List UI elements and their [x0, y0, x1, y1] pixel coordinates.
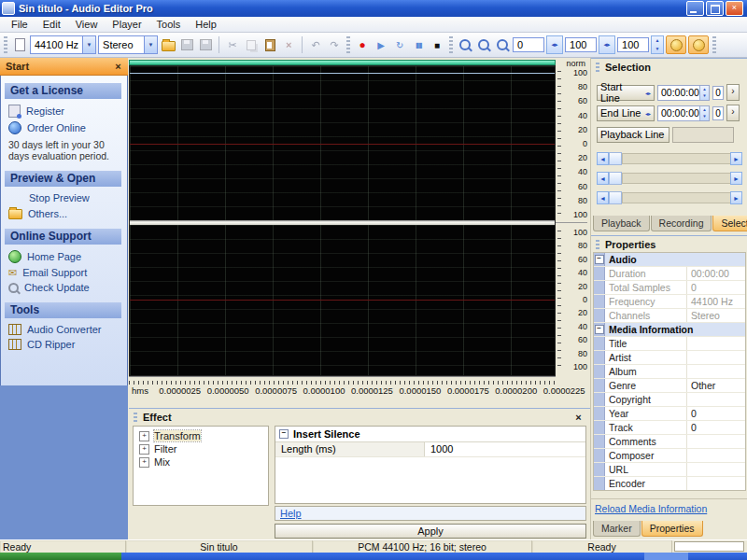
- sidebar-item-cd-ripper[interactable]: CD Ripper: [1, 337, 127, 352]
- table-row[interactable]: URL: [594, 463, 745, 477]
- sidebar-item-stop-preview[interactable]: Stop Preview: [1, 190, 127, 205]
- spin-down-icon[interactable]: ▼: [652, 45, 663, 53]
- table-row[interactable]: Album: [594, 365, 745, 379]
- sidebar-item-home-page[interactable]: Home Page: [1, 248, 127, 265]
- sidebar-item-audio-converter[interactable]: Audio Converter: [1, 322, 127, 337]
- start-line-time-field[interactable]: 00:00:00 ▲▼: [657, 85, 710, 101]
- collapse-icon[interactable]: −: [279, 429, 289, 439]
- start-line-go-button[interactable]: ›: [726, 84, 740, 101]
- end-line-go-button[interactable]: ›: [726, 105, 740, 121]
- arrow-left-icon[interactable]: ◄: [597, 172, 609, 185]
- tab-properties[interactable]: Properties: [641, 521, 703, 537]
- delete-button[interactable]: ×: [280, 36, 297, 53]
- start-line-sample-field[interactable]: 0: [712, 86, 724, 100]
- close-icon[interactable]: ×: [572, 412, 585, 424]
- table-row[interactable]: Title: [594, 337, 745, 351]
- windows-taskbar[interactable]: [0, 553, 747, 560]
- channel-mode-select[interactable]: Stereo ▼: [98, 35, 158, 54]
- table-row[interactable]: Copyright: [594, 393, 745, 407]
- speed-field[interactable]: 100: [565, 37, 597, 52]
- redo-button[interactable]: ↷: [326, 36, 343, 53]
- new-file-button[interactable]: [11, 36, 28, 53]
- zoom-out-button[interactable]: [457, 36, 473, 53]
- spin-up-icon[interactable]: ▲: [652, 36, 663, 45]
- menu-view[interactable]: View: [68, 18, 106, 31]
- expand-icon[interactable]: +: [139, 431, 149, 441]
- menu-player[interactable]: Player: [105, 18, 148, 31]
- length-value-field[interactable]: 1000: [425, 442, 585, 456]
- apply-button[interactable]: Apply: [275, 524, 586, 539]
- scrollbar-handle[interactable]: [609, 152, 622, 165]
- arrow-right-icon[interactable]: ►: [730, 191, 742, 204]
- table-row[interactable]: Year0: [594, 407, 745, 421]
- time-spinner[interactable]: ▲▼: [699, 106, 709, 120]
- tree-item-filter[interactable]: + Filter: [134, 442, 268, 455]
- end-line-sample-field[interactable]: 0: [712, 106, 724, 120]
- sidebar-item-check-update[interactable]: Check Update: [1, 280, 127, 295]
- nudge-arrows-icon[interactable]: ◂▸: [645, 110, 651, 117]
- tab-recording[interactable]: Recording: [651, 216, 712, 231]
- tab-playback[interactable]: Playback: [593, 216, 650, 231]
- toolbar-grip[interactable]: [4, 36, 7, 53]
- scrollbar-track[interactable]: [622, 173, 730, 184]
- close-icon[interactable]: ×: [112, 61, 124, 73]
- sidebar-item-register[interactable]: Register: [1, 103, 127, 119]
- toolbar-grip[interactable]: [449, 36, 453, 53]
- close-button[interactable]: ×: [726, 1, 743, 16]
- expand-icon[interactable]: +: [139, 457, 149, 468]
- time-ruler[interactable]: [129, 376, 556, 385]
- scrollbar-track[interactable]: [622, 192, 730, 203]
- table-row[interactable]: Composer: [594, 449, 745, 463]
- copy-button[interactable]: [243, 36, 260, 53]
- property-group-media-info[interactable]: − Media Information: [594, 323, 745, 337]
- playback-line-field[interactable]: [672, 127, 734, 143]
- arrow-left-icon[interactable]: ◄: [597, 191, 609, 204]
- playback-line-button[interactable]: Playback Line: [597, 127, 669, 143]
- record-button[interactable]: ●: [354, 36, 371, 53]
- menu-help[interactable]: Help: [188, 18, 224, 31]
- play-button[interactable]: ▶: [373, 36, 389, 53]
- minimize-button[interactable]: [686, 1, 704, 16]
- scrollbar-track[interactable]: [622, 153, 730, 164]
- end-line-button[interactable]: End Line ◂▸: [597, 105, 655, 121]
- panel-grip[interactable]: [596, 63, 599, 72]
- output-device-button[interactable]: [666, 35, 686, 54]
- table-row[interactable]: Comments: [594, 435, 745, 449]
- start-button-edge[interactable]: [0, 553, 121, 560]
- arrow-left-icon[interactable]: ◄: [597, 152, 609, 165]
- volume-field[interactable]: 100: [617, 37, 649, 52]
- toolbar-grip[interactable]: [346, 36, 350, 53]
- paste-button[interactable]: [261, 36, 278, 53]
- input-device-button[interactable]: [688, 35, 709, 54]
- time-spinner[interactable]: ▲▼: [699, 86, 709, 100]
- collapse-icon[interactable]: −: [595, 325, 604, 334]
- arrow-right-icon[interactable]: ►: [730, 172, 742, 185]
- sidebar-item-order-online[interactable]: Order Online: [1, 119, 127, 136]
- start-line-button[interactable]: Start Line ◂▸: [597, 85, 655, 101]
- zoom-in-button[interactable]: [475, 36, 492, 53]
- sample-rate-select[interactable]: 44100 Hz ▼: [30, 35, 96, 54]
- zoom-selection-button[interactable]: [494, 36, 511, 53]
- expand-icon[interactable]: +: [139, 444, 149, 455]
- tree-item-mix[interactable]: + Mix: [134, 455, 268, 469]
- tree-item-transform[interactable]: + Transform: [134, 429, 268, 442]
- end-line-time-field[interactable]: 00:00:00 ▲▼: [657, 105, 710, 121]
- open-button[interactable]: [160, 36, 176, 53]
- tab-marker[interactable]: Marker: [593, 521, 641, 537]
- panel-grip[interactable]: [596, 240, 599, 249]
- channel-left[interactable]: [130, 66, 555, 220]
- menu-tools[interactable]: Tools: [149, 18, 189, 31]
- volume-spinner[interactable]: ▲▼: [651, 35, 664, 54]
- loop-button[interactable]: ↻: [391, 36, 408, 53]
- chevron-down-icon[interactable]: ▼: [144, 36, 157, 53]
- channel-right[interactable]: [130, 225, 555, 375]
- waveform-display[interactable]: [129, 65, 556, 376]
- table-row[interactable]: Artist: [594, 351, 745, 365]
- table-row[interactable]: Track0: [594, 421, 745, 435]
- save-as-button[interactable]: [197, 36, 214, 53]
- pan-nudge-buttons[interactable]: ◂▸: [546, 35, 563, 54]
- table-row[interactable]: GenreOther: [594, 379, 745, 393]
- pause-button[interactable]: ▮▮: [410, 36, 427, 53]
- arrow-right-icon[interactable]: ►: [730, 152, 742, 165]
- cut-button[interactable]: ✂: [224, 36, 241, 53]
